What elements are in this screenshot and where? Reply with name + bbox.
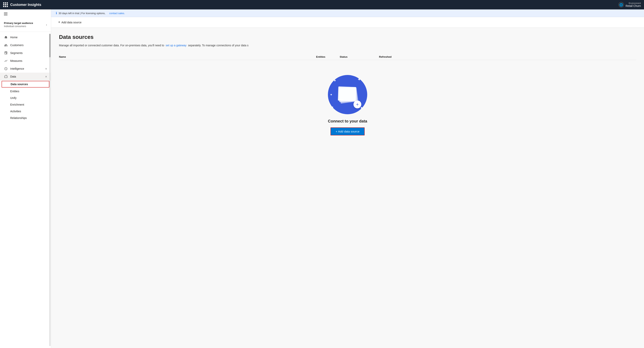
scroll-thumb <box>49 34 50 57</box>
home-icon <box>4 35 8 39</box>
empty-state: ✦ ✦ ✦ ✦ ✦ + Connect to your data <box>59 63 636 147</box>
sidebar-item-intelligence-label: Intelligence <box>10 67 24 70</box>
sidebar-item-home[interactable]: Home <box>0 33 51 41</box>
col-header-name: Name <box>59 55 316 58</box>
empty-state-icon-container: ✦ ✦ ✦ ✦ ✦ + <box>328 75 367 114</box>
plus-badge-icon: + <box>354 101 361 108</box>
add-data-source-button[interactable]: + Add data source <box>330 127 364 136</box>
sidebar-subitem-activities-label: Activities <box>10 110 21 113</box>
sidebar-item-data[interactable]: Data ∧ <box>0 73 51 80</box>
segments-icon <box>4 51 8 55</box>
col-header-entities: Entities <box>316 55 340 58</box>
sidebar-subitem-unify-label: Unify <box>10 96 16 100</box>
sidebar: Primary target audience Individual consu… <box>0 9 51 348</box>
waffle-icon[interactable] <box>3 2 8 7</box>
intelligence-icon <box>4 67 8 71</box>
environment-name: Retail Churn <box>626 4 641 7</box>
sidebar-item-intelligence[interactable]: Intelligence ∨ <box>0 65 51 73</box>
sidebar-nav: Home Customers Segments <box>0 32 51 123</box>
sparkle-icon-5: ✦ <box>330 93 332 97</box>
sidebar-item-measures-label: Measures <box>10 59 22 62</box>
col-header-refreshed: Refreshed <box>379 55 636 58</box>
add-data-source-label: + Add data source <box>336 130 359 133</box>
globe-icon[interactable]: 🌐 <box>618 2 624 7</box>
sidebar-subitem-enrichment-label: Enrichment <box>10 103 24 106</box>
trial-message: 30 days left in trial | For licensing op… <box>58 12 105 15</box>
sidebar-item-segments-label: Segments <box>10 51 22 55</box>
sidebar-subitem-relationships[interactable]: Relationships <box>0 115 51 121</box>
page-sheet-3 <box>338 86 356 101</box>
sidebar-subitem-data-sources[interactable]: Data sources <box>2 81 49 88</box>
trial-link[interactable]: contact sales. <box>109 12 125 15</box>
sidebar-scroll-area: Home Customers Segments <box>0 32 51 348</box>
page-title: Data sources <box>59 34 636 40</box>
empty-state-title: Connect to your data <box>328 119 367 124</box>
scroll-track <box>49 34 50 346</box>
sidebar-item-data-label: Data <box>10 75 16 78</box>
sidebar-subitem-entities[interactable]: Entities <box>0 88 51 95</box>
sidebar-header <box>0 9 51 18</box>
page-content: Data sources Manage all imported or conn… <box>51 28 644 348</box>
toolbar-add-label: Add data source <box>62 21 82 24</box>
col-header-status: Status <box>340 55 379 58</box>
trial-banner: ℹ 30 days left in trial | For licensing … <box>51 9 644 17</box>
audience-subtitle: Individual consumers <box>4 25 33 28</box>
toolbar: + Add data source <box>51 17 644 28</box>
audience-title: Primary target audience <box>4 21 33 24</box>
main-layout: Primary target audience Individual consu… <box>0 9 644 348</box>
audience-section: Primary target audience Individual consu… <box>0 18 51 32</box>
sidebar-subitem-data-sources-label: Data sources <box>10 83 28 86</box>
top-nav-right: 🌐 Environment Retail Churn <box>618 2 641 7</box>
app-title: Customer Insights <box>10 3 41 7</box>
top-nav: Customer Insights 🌐 Environment Retail C… <box>0 0 644 9</box>
toolbar-add-button[interactable]: + Add data source <box>56 19 84 25</box>
customers-icon <box>4 43 8 47</box>
sidebar-subitem-unify[interactable]: Unify <box>0 95 51 101</box>
sidebar-subitem-activities[interactable]: Activities <box>0 108 51 115</box>
stacked-pages-illustration <box>338 87 358 102</box>
environment-label: Environment <box>626 2 641 4</box>
sparkle-icon-1: ✦ <box>334 78 336 83</box>
measures-icon <box>4 59 8 63</box>
content-area: ℹ 30 days left in trial | For licensing … <box>51 9 644 348</box>
data-chevron-icon: ∧ <box>45 75 47 78</box>
sidebar-item-customers-label: Customers <box>10 44 24 47</box>
sidebar-subitem-entities-label: Entities <box>10 90 19 93</box>
sidebar-item-customers[interactable]: Customers <box>0 41 51 49</box>
table-header: Name Entities Status Refreshed <box>59 54 636 60</box>
sidebar-item-segments[interactable]: Segments <box>0 49 51 57</box>
intelligence-chevron-icon: ∨ <box>45 67 47 70</box>
toolbar-plus-icon: + <box>58 20 60 24</box>
sidebar-subitem-relationships-label: Relationships <box>10 116 27 120</box>
sidebar-subitem-enrichment[interactable]: Enrichment <box>0 101 51 108</box>
sidebar-item-home-label: Home <box>10 36 18 39</box>
chevron-right-icon: › <box>46 23 47 26</box>
info-icon: ℹ <box>56 11 57 15</box>
description-text-end: separately. To manage connections of you… <box>188 44 248 47</box>
environment-info: Environment Retail Churn <box>626 2 641 7</box>
data-icon <box>4 75 8 78</box>
sparkle-icon-2: ✦ <box>358 77 361 82</box>
hamburger-menu[interactable] <box>3 12 8 16</box>
sidebar-item-measures[interactable]: Measures <box>0 57 51 65</box>
top-nav-left: Customer Insights <box>3 2 41 7</box>
audience-header[interactable]: Primary target audience Individual consu… <box>4 21 47 28</box>
gateway-link[interactable]: set up a gateway <box>166 44 186 47</box>
page-description: Manage all imported or connected custome… <box>59 43 636 47</box>
description-text-start: Manage all imported or connected custome… <box>59 44 164 47</box>
sparkle-icon-3: ✦ <box>332 106 334 109</box>
